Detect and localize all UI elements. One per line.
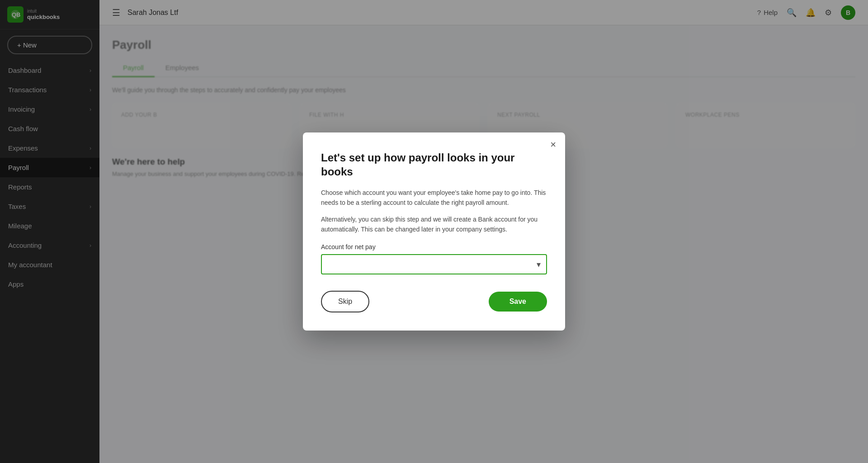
modal-close-button[interactable]: × — [550, 140, 556, 150]
skip-button[interactable]: Skip — [321, 291, 369, 312]
account-label: Account for net pay — [321, 243, 547, 250]
account-for-net-pay-select[interactable] — [321, 254, 547, 274]
modal-description-2: Alternatively, you can skip this step an… — [321, 214, 547, 235]
modal-title: Let's set up how payroll looks in your b… — [321, 151, 547, 179]
modal-description-1: Choose which account you want your emplo… — [321, 188, 547, 208]
modal-actions: Skip Save — [321, 291, 547, 312]
save-button[interactable]: Save — [489, 292, 547, 312]
main-content: ☰ Sarah Jonas Ltf ? Help 🔍 🔔 ⚙ B Payroll… — [99, 0, 868, 463]
modal-overlay: × Let's set up how payroll looks in your… — [99, 0, 868, 463]
account-select-wrapper: ▾ — [321, 254, 547, 274]
modal-dialog: × Let's set up how payroll looks in your… — [303, 132, 565, 331]
